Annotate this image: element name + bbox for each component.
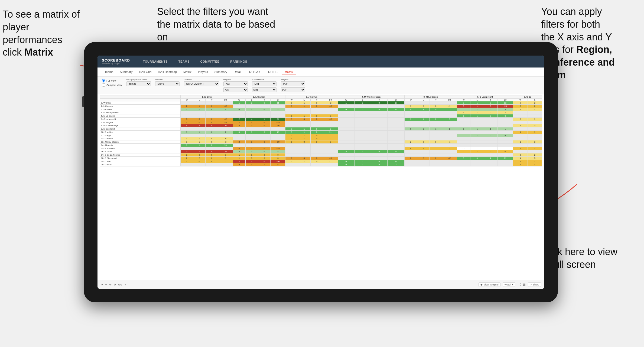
- col-5-header: 5. M La Sasso: [404, 95, 457, 99]
- cell-7-0-0: 5: [180, 124, 193, 127]
- compact-view-radio[interactable]: [102, 83, 105, 87]
- tab-matrix[interactable]: Matrix: [181, 69, 194, 75]
- cell-1-0-2: 0: [206, 105, 218, 108]
- conference-filter: Conference (All) (All): [252, 78, 277, 92]
- cell-1-1-3: [271, 105, 285, 108]
- max-players-select[interactable]: Top 25: [126, 81, 151, 86]
- cell-8-0-0: [180, 127, 193, 131]
- nav-teams[interactable]: TEAMS: [176, 59, 192, 64]
- cell-2-1-0: 0: [233, 108, 245, 111]
- region-select-1[interactable]: N/A: [223, 81, 248, 86]
- matrix-area[interactable]: 1. W Ding 2. L Clanton 3. J Koivun 4. M …: [97, 94, 544, 280]
- cell-12-2-0: 1: [285, 140, 298, 144]
- watch-label: Watch: [505, 283, 511, 286]
- cell-13-4-1: [417, 144, 430, 147]
- tab-teams[interactable]: Teams: [102, 69, 116, 75]
- cell-2-4-2: 0: [430, 108, 442, 111]
- cell-10-0-3: [218, 134, 233, 137]
- watch-btn[interactable]: Watch ▾: [503, 282, 515, 287]
- region-select-2[interactable]: N/A: [223, 87, 248, 92]
- cell-15-1-1: 2: [245, 150, 258, 153]
- gender-select[interactable]: Men's: [155, 81, 180, 86]
- cell-15-5-3: 0: [497, 150, 513, 153]
- cell-11-2-0: 1: [285, 137, 298, 140]
- conference-select-1[interactable]: (All): [252, 81, 277, 86]
- cell-6-5-3: [497, 121, 513, 124]
- cell-17-1-0: 1: [233, 157, 245, 160]
- settings-icon[interactable]: ⚙: [114, 283, 116, 286]
- cell-4-5-2: 0: [484, 114, 497, 118]
- players-select-2[interactable]: (All): [281, 87, 305, 92]
- cell-5-6-1: 1: [528, 118, 542, 121]
- cell-5-4-3: 6: [442, 118, 457, 121]
- fullscreen-icon[interactable]: ⛶: [518, 283, 521, 287]
- cell-17-1-3: 0: [271, 157, 285, 160]
- tab-h2h-grid[interactable]: H2H Grid: [136, 69, 154, 75]
- tab-summary[interactable]: Summary: [117, 69, 135, 75]
- cell-18-2-2: 0: [310, 160, 323, 163]
- cell-11-0-0: 1: [180, 137, 193, 140]
- cell-14-3-2: [371, 147, 388, 150]
- cell-5-3-2: [371, 118, 388, 121]
- zoom-icons[interactable]: ⊕⊖: [118, 283, 122, 286]
- cell-2-1-3: 2: [271, 108, 285, 111]
- cell-14-3-3: [388, 147, 405, 150]
- cell-13-0-2: 0: [206, 144, 218, 147]
- cell-9-3-0: [338, 131, 354, 134]
- cell-1-4-0: 1: [404, 105, 417, 108]
- col-7-header: 7. G Sa: [513, 95, 542, 99]
- cell-3-5-1: 1: [470, 111, 484, 114]
- cell-13-0-0: 1: [180, 144, 193, 147]
- cell-11-2-3: 0: [323, 137, 338, 140]
- nav-committee[interactable]: COMMITTEE: [198, 59, 222, 64]
- conference-select-2[interactable]: (All): [252, 87, 277, 92]
- sub-d5: Dif: [442, 99, 457, 101]
- cell-18-5-2: [484, 160, 497, 163]
- nav-rankings[interactable]: RANKINGS: [228, 59, 249, 64]
- cell-14-4-0: 4: [404, 147, 417, 150]
- tab-matrix-active[interactable]: Matrix: [282, 69, 296, 75]
- division-select[interactable]: NCAA Division I: [184, 81, 219, 86]
- grid-icon[interactable]: ⊞: [523, 283, 526, 287]
- cell-15-5-2: 0: [484, 150, 497, 153]
- redo-icon[interactable]: ↪: [105, 283, 107, 286]
- cell-16-6-1: 2: [528, 153, 542, 157]
- tab-h2h-h[interactable]: H2H H...: [264, 69, 281, 75]
- cell-8-4-2: 1: [430, 127, 442, 131]
- full-view-option[interactable]: Full View: [102, 79, 122, 82]
- view-icon: ◉: [480, 283, 483, 286]
- cell-6-1-0: 2: [233, 121, 245, 124]
- row-name-2: 3. J Koivun: [100, 108, 181, 111]
- full-view-radio[interactable]: [102, 79, 105, 82]
- tab-h2h-heatmap[interactable]: H2H Heatmap: [155, 69, 180, 75]
- cell-19-5-1: [470, 163, 484, 166]
- row-name-8: 9. N Gabrielcik: [100, 127, 181, 131]
- cell-19-1-0: 3: [233, 163, 245, 166]
- players-select-1[interactable]: (All): [281, 81, 305, 86]
- tab-players[interactable]: Players: [195, 69, 211, 75]
- cell-16-3-3: [388, 153, 405, 157]
- undo-icon[interactable]: ↩: [101, 283, 103, 286]
- cell-5-6-0: 0: [513, 118, 528, 121]
- view-original-btn[interactable]: ◉ View: Original: [479, 282, 500, 287]
- compact-view-option[interactable]: Compact View: [102, 83, 122, 87]
- cell-7-4-3: [442, 124, 457, 127]
- tab-detail[interactable]: Detail: [231, 69, 244, 75]
- share-btn[interactable]: ↗ Share: [528, 282, 541, 287]
- cell-16-5-1: [470, 153, 484, 157]
- tab-summary2[interactable]: Summary: [212, 69, 230, 75]
- cell-17-4-0: 2: [404, 157, 417, 160]
- cell-4-6-1: [528, 114, 542, 118]
- help-icon[interactable]: ?: [125, 283, 126, 286]
- cell-16-1-0: 1: [233, 153, 245, 157]
- cell-12-5-2: [484, 140, 497, 144]
- cell-13-2-2: [310, 144, 323, 147]
- refresh-icon[interactable]: ⟳: [109, 283, 112, 286]
- cell-10-3-1: [354, 134, 371, 137]
- nav-tournaments[interactable]: TOURNAMENTS: [141, 59, 170, 64]
- cell-9-5-1: [470, 131, 484, 134]
- cell-2-2-1: [298, 108, 310, 111]
- tab-h2h-grid2[interactable]: H2H Grid: [245, 69, 263, 75]
- cell-13-5-2: [484, 144, 497, 147]
- cell-1-2-3: -16: [323, 105, 338, 108]
